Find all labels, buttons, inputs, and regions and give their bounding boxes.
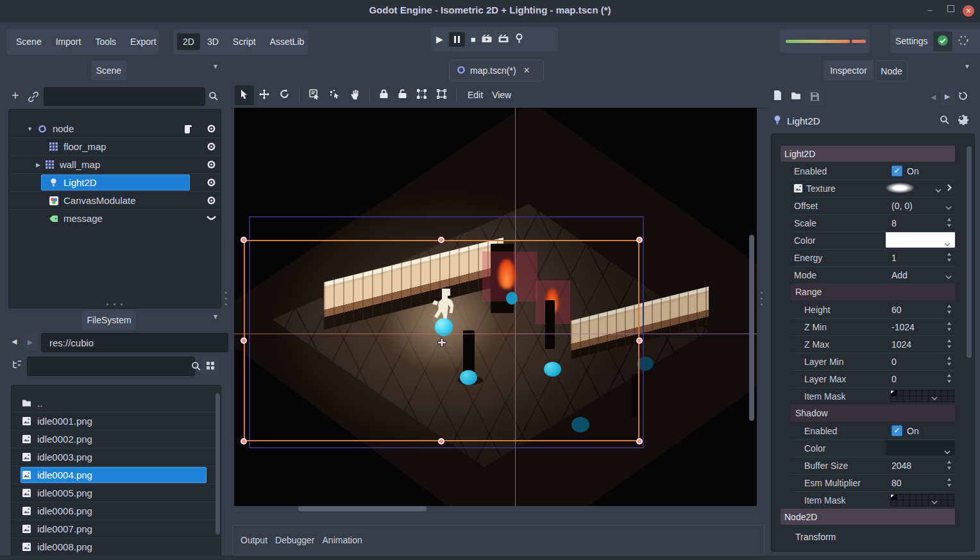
maximize-button[interactable] [947, 5, 954, 12]
tab-inspector[interactable]: Inspector [824, 60, 874, 80]
version-ok-icon[interactable] [933, 31, 952, 51]
file-row[interactable]: idle0007.png [12, 520, 221, 538]
tree-row-floor-map[interactable]: floor_map [9, 138, 221, 156]
tree-row-light2d[interactable]: Light2D [9, 174, 221, 192]
texture-expand-icon[interactable] [947, 183, 952, 193]
selection-handle[interactable] [241, 337, 247, 344]
2d-viewport-canvas[interactable] [234, 108, 757, 507]
tree-row-node[interactable]: ▼ node [9, 120, 221, 138]
play-custom-scene-button[interactable] [498, 34, 509, 45]
tab-filesystem-dock[interactable]: FileSystem [82, 310, 136, 330]
workspace-script[interactable]: Script [226, 37, 263, 47]
dropdown-chevron-icon[interactable] [931, 496, 938, 506]
file-row[interactable]: idle0005.png [12, 484, 221, 502]
scene-search-icon[interactable] [208, 91, 218, 103]
unlock-icon[interactable] [393, 89, 412, 101]
visibility-eye-icon[interactable] [201, 196, 221, 205]
stepper-icon[interactable] [947, 357, 952, 368]
canvas-menu-edit[interactable]: Edit [461, 90, 489, 100]
dropdown-chevron-icon[interactable] [945, 271, 952, 281]
snap-tool-icon[interactable] [325, 89, 345, 101]
stepper-icon[interactable] [947, 339, 952, 350]
inspector-tools-gear-icon[interactable] [958, 115, 968, 127]
scene-file-tab[interactable]: map.tscn(*) × [449, 60, 544, 81]
play-scene-button[interactable] [482, 34, 493, 45]
checkbox-checked[interactable]: ✓ [891, 165, 902, 176]
stepper-icon[interactable] [947, 374, 952, 385]
fs-forward-icon[interactable]: ▶ [23, 334, 37, 350]
horizontal-splitter-handle[interactable] [106, 303, 122, 305]
texture-dropdown-icon[interactable] [935, 184, 942, 194]
history-icon[interactable] [958, 91, 968, 103]
collapse-icon[interactable]: ▼ [27, 126, 33, 132]
selection-handle[interactable] [438, 438, 444, 445]
instance-scene-icon[interactable] [28, 92, 38, 104]
file-row[interactable]: idle0002.png [12, 430, 221, 448]
fs-favorites-icon[interactable] [12, 361, 22, 371]
stepper-icon[interactable] [947, 218, 952, 229]
inspector-scrollbar[interactable] [967, 146, 972, 358]
selection-handle[interactable] [241, 438, 247, 445]
checkbox-checked[interactable]: ✓ [891, 425, 902, 436]
color-dropdown-icon[interactable] [944, 238, 950, 248]
tab-scene-dock[interactable]: Scene [91, 60, 126, 80]
inspector-section-shadow[interactable]: Shadow [791, 405, 955, 421]
workspace-3d[interactable]: 3D [200, 37, 226, 47]
move-tool-icon[interactable] [254, 89, 275, 101]
settings-button[interactable]: Settings [895, 36, 928, 46]
inspector-category-node2d[interactable]: Node2D [781, 509, 955, 525]
scene-filter-input[interactable] [44, 87, 205, 106]
fs-path-field[interactable]: res://cubio [41, 333, 228, 352]
pause-button[interactable] [449, 32, 465, 47]
rotate-tool-icon[interactable] [275, 89, 294, 101]
visibility-eye-icon[interactable] [201, 178, 221, 187]
selection-handle[interactable] [241, 237, 247, 243]
stepper-icon[interactable] [947, 478, 952, 489]
visibility-hidden-icon[interactable] [201, 215, 221, 222]
left-splitter-handle[interactable] [225, 292, 228, 305]
selection-handle[interactable] [438, 237, 444, 243]
stepper-icon[interactable] [947, 305, 952, 316]
remote-deploy-icon[interactable] [515, 33, 523, 45]
tree-row-canvasmodulate[interactable]: CanvasModulate [9, 192, 221, 210]
file-row[interactable]: idle0001.png [12, 412, 221, 430]
file-row[interactable]: idle0006.png [12, 502, 221, 520]
fs-back-icon[interactable]: ◀ [12, 337, 17, 346]
inspector-search-icon[interactable] [940, 115, 949, 126]
visibility-eye-icon[interactable] [201, 124, 221, 133]
stepper-icon[interactable] [947, 322, 952, 333]
file-list-scrollbar[interactable] [215, 393, 220, 534]
file-row[interactable]: idle0003.png [12, 448, 221, 466]
menu-export[interactable]: Export [123, 37, 163, 47]
visibility-eye-icon[interactable] [201, 160, 221, 169]
visibility-eye-icon[interactable] [201, 142, 221, 151]
workspace-assetlib[interactable]: AssetLib [263, 37, 312, 47]
close-button[interactable]: × [963, 5, 974, 17]
menu-scene[interactable]: Scene [9, 37, 49, 47]
dock-menu-arrow-icon[interactable]: ▼ [212, 63, 219, 70]
file-row-selected[interactable]: idle0004.png [12, 466, 221, 484]
save-resource-icon[interactable] [806, 88, 824, 105]
tab-close-icon[interactable]: × [524, 65, 530, 76]
lock-icon[interactable] [375, 89, 393, 101]
list-select-tool-icon[interactable] [304, 89, 325, 101]
stop-button[interactable]: ■ [471, 35, 476, 44]
load-resource-icon[interactable] [791, 92, 801, 102]
inspector-category[interactable]: Light2D [781, 146, 955, 162]
new-resource-icon[interactable] [773, 90, 782, 102]
file-row-up[interactable]: .. [12, 395, 221, 412]
pan-tool-icon[interactable] [345, 89, 365, 101]
fs-view-toggle-icon[interactable] [201, 357, 219, 375]
dock-menu-arrow-icon-right[interactable]: ▼ [964, 63, 970, 70]
bottom-tab-output[interactable]: Output [241, 535, 267, 545]
script-icon[interactable] [183, 124, 192, 133]
play-button[interactable]: ▶ [436, 34, 443, 44]
fs-filter-input[interactable] [27, 357, 195, 376]
selection-handle[interactable] [636, 237, 643, 243]
filesystem-menu-arrow-icon[interactable]: ▼ [212, 313, 219, 320]
stepper-icon[interactable] [947, 461, 952, 471]
select-tool-icon[interactable] [235, 85, 254, 105]
bottom-tab-debugger[interactable]: Debugger [275, 535, 315, 545]
color-dropdown-icon[interactable] [944, 446, 950, 456]
inspector-section-transform[interactable]: Transform [791, 529, 955, 545]
